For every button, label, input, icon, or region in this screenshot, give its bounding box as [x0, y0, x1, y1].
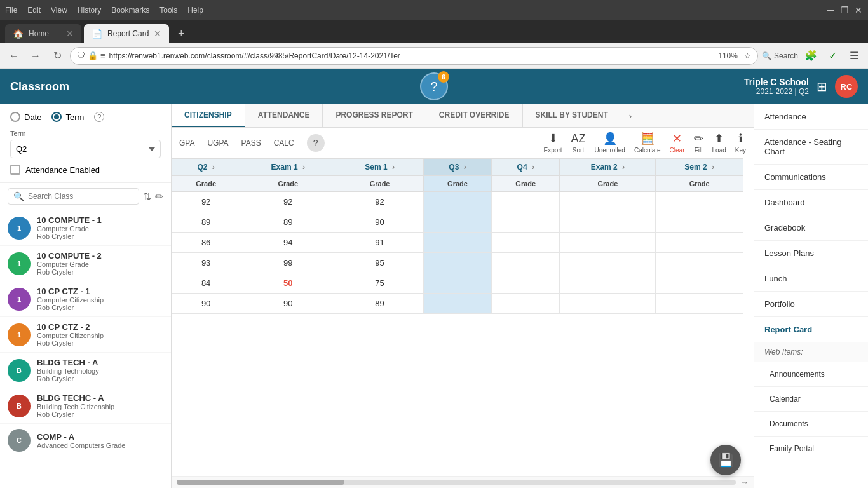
grade-cell[interactable]: 93: [172, 253, 240, 273]
date-radio[interactable]: Date: [10, 112, 41, 122]
term-radio[interactable]: Term: [51, 112, 84, 122]
grade-cell[interactable]: [656, 212, 743, 233]
user-avatar[interactable]: RC: [835, 75, 858, 98]
grade-cell[interactable]: [560, 273, 656, 294]
tab-report-card-close[interactable]: ✕: [154, 29, 161, 39]
grade-cell[interactable]: 92: [172, 192, 240, 212]
grade-cell[interactable]: [423, 294, 491, 314]
right-nav-item-lunch[interactable]: Lunch: [754, 266, 868, 292]
term-radio-circle[interactable]: [51, 112, 62, 122]
right-nav-item-lesson-plans[interactable]: Lesson Plans: [754, 241, 868, 266]
right-nav-item-report-card[interactable]: Report Card: [754, 317, 868, 342]
grade-cell[interactable]: [423, 212, 491, 233]
expand-icon[interactable]: ↔: [741, 478, 749, 487]
horizontal-scrollbar[interactable]: [177, 480, 736, 485]
content-tab-more-arrow[interactable]: ›: [621, 104, 639, 127]
grade-cell[interactable]: 90: [172, 294, 240, 314]
reload-button[interactable]: ↻: [48, 47, 66, 65]
grade-cell[interactable]: [560, 294, 656, 314]
grade-cell[interactable]: [492, 273, 560, 294]
toolbar-action-unenrolled[interactable]: 👤 Unenrolled: [595, 132, 625, 154]
right-nav-web-item-announcements[interactable]: Announcements: [754, 362, 868, 387]
grade-cell[interactable]: 89: [336, 294, 424, 314]
grade-cell[interactable]: [492, 253, 560, 273]
class-list-item[interactable]: 1 10 CP CTZ - 2 Computer Citizenship Rob…: [0, 317, 171, 353]
menu-edit[interactable]: Edit: [27, 6, 41, 15]
grade-cell[interactable]: 94: [240, 233, 336, 253]
grade-cell[interactable]: 90: [336, 212, 424, 233]
menu-bookmarks[interactable]: Bookmarks: [111, 6, 149, 15]
grade-cell[interactable]: 92: [336, 192, 424, 212]
class-list-item[interactable]: 1 10 COMPUTE - 2 Computer Grade Rob Crys…: [0, 246, 171, 281]
grade-cell[interactable]: 75: [336, 273, 424, 294]
url-bar[interactable]: 🛡 🔒 ≡ https://renweb1.renweb.com/classro…: [70, 47, 758, 65]
right-nav-item-attendance[interactable]: Attendance: [754, 104, 868, 130]
right-nav-web-item-documents[interactable]: Documents: [754, 412, 868, 437]
grade-cell[interactable]: [656, 273, 743, 294]
class-list-item[interactable]: 1 10 CP CTZ - 1 Computer Citizenship Rob…: [0, 281, 171, 317]
menu-history[interactable]: History: [78, 6, 101, 15]
maximize-button[interactable]: ❐: [840, 6, 849, 15]
date-radio-circle[interactable]: [10, 112, 20, 122]
grade-cell[interactable]: 84: [172, 273, 240, 294]
help-icon-radio[interactable]: ?: [94, 112, 104, 122]
grade-cell[interactable]: [560, 212, 656, 233]
toolbar-action-key[interactable]: ℹ Key: [735, 132, 746, 154]
search-class-input-wrap[interactable]: 🔍: [8, 188, 139, 205]
content-tab-citizenship[interactable]: CITIZENSHIP: [172, 104, 245, 127]
grade-cell[interactable]: [492, 212, 560, 233]
sort-icon[interactable]: ⇅: [143, 191, 151, 203]
toolbar-action-load[interactable]: ⬆ Load: [712, 132, 726, 154]
grade-cell[interactable]: [423, 273, 491, 294]
grade-cell[interactable]: 95: [336, 253, 424, 273]
grade-cell[interactable]: 50: [240, 273, 336, 294]
grade-cell[interactable]: [560, 233, 656, 253]
back-button[interactable]: ←: [5, 47, 23, 65]
content-tab-skill-by-student[interactable]: SKILL BY STUDENT: [523, 104, 621, 127]
grade-cell[interactable]: 89: [172, 212, 240, 233]
grade-cell[interactable]: [656, 294, 743, 314]
apps-grid-icon[interactable]: ⊞: [817, 79, 827, 94]
forward-button[interactable]: →: [27, 47, 44, 65]
tab-report-card[interactable]: 📄 Report Card ✕: [84, 24, 169, 43]
grade-cell[interactable]: [492, 294, 560, 314]
grade-cell[interactable]: [492, 233, 560, 253]
period-header-exam-1[interactable]: Exam 1 ›: [240, 159, 336, 176]
right-nav-item-dashboard[interactable]: Dashboard: [754, 190, 868, 215]
star-icon[interactable]: ☆: [744, 51, 751, 60]
grade-cell[interactable]: [560, 253, 656, 273]
search-class-input[interactable]: [28, 192, 133, 201]
right-nav-item-attendance---seating-chart[interactable]: Attendance - Seating Chart: [754, 130, 868, 165]
grade-cell[interactable]: [423, 253, 491, 273]
grade-cell[interactable]: 92: [240, 192, 336, 212]
grade-cell[interactable]: 86: [172, 233, 240, 253]
right-nav-item-gradebook[interactable]: Gradebook: [754, 215, 868, 241]
notification-badge[interactable]: ? 6: [420, 72, 448, 100]
close-button[interactable]: ✕: [854, 6, 863, 15]
info-button[interactable]: ?: [307, 134, 325, 152]
edit-icon[interactable]: ✏: [155, 191, 163, 203]
period-header-sem-2[interactable]: Sem 2 ›: [656, 159, 743, 176]
period-header-q2[interactable]: Q2 ›: [172, 159, 240, 176]
grade-cell[interactable]: [423, 233, 491, 253]
toolbar-action-sort[interactable]: AZ Sort: [571, 132, 586, 154]
class-list-item[interactable]: B BLDG TECH - A Building Technology Rob …: [0, 353, 171, 388]
menu-tools[interactable]: Tools: [159, 6, 177, 15]
toolbar-action-calculate[interactable]: 🧮 Calculate: [634, 132, 661, 154]
grade-cell[interactable]: 91: [336, 233, 424, 253]
grade-cell[interactable]: 90: [240, 294, 336, 314]
tab-home-close[interactable]: ✕: [66, 29, 74, 39]
content-tab-attendance[interactable]: ATTENDANCE: [245, 104, 323, 127]
tab-home[interactable]: 🏠 Home ✕: [5, 24, 81, 43]
class-list-item[interactable]: C COMP - A Advanced Computers Grade: [0, 424, 171, 458]
toolbar-action-clear[interactable]: ✕ Clear: [670, 132, 685, 154]
period-header-sem-1[interactable]: Sem 1 ›: [336, 159, 424, 176]
class-list-item[interactable]: 1 10 COMPUTE - 1 Computer Grade Rob Crys…: [0, 210, 171, 246]
right-nav-web-item-family-portal[interactable]: Family Portal: [754, 437, 868, 461]
period-header-q4[interactable]: Q4 ›: [492, 159, 560, 176]
browser-menu[interactable]: File Edit View History Bookmarks Tools H…: [5, 6, 203, 15]
attendance-enabled-row[interactable]: Attendance Enabled: [10, 165, 161, 175]
url-text[interactable]: https://renweb1.renweb.com/classroom/#/c…: [109, 51, 712, 60]
grade-cell[interactable]: 89: [240, 212, 336, 233]
content-tab-progress-report[interactable]: PROGRESS REPORT: [323, 104, 426, 127]
